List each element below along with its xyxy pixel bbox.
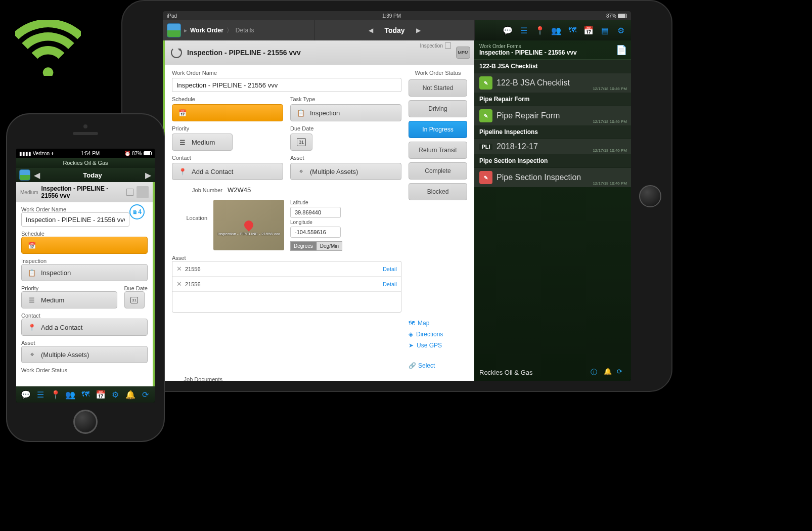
remove-asset-icon[interactable]: ✕ <box>176 265 182 273</box>
work-order-name-input[interactable] <box>172 78 401 92</box>
map-pin-icon <box>242 218 255 231</box>
sync-icon[interactable]: ⟳ <box>617 368 626 377</box>
work-order-name-input[interactable] <box>21 212 129 227</box>
degrees-option[interactable]: Degrees <box>290 241 317 251</box>
status-label: Work Order Status <box>21 367 148 373</box>
add-contact-button[interactable]: 📍 Add a Contact <box>21 319 148 336</box>
info-icon[interactable]: ⓘ <box>591 368 600 377</box>
bell-icon[interactable]: 🔔 <box>125 389 136 400</box>
form-item[interactable]: ✎ Pipe Section Inspection 12/17/18 10:46… <box>474 167 631 187</box>
prev-day-button[interactable]: ◀ <box>367 27 374 34</box>
breadcrumb-details[interactable]: Details <box>236 27 254 34</box>
longitude-input[interactable] <box>290 227 341 238</box>
phone-home-button[interactable] <box>73 410 98 434</box>
calendar-icon[interactable]: 📅 <box>96 389 106 400</box>
status-return-transit[interactable]: Return Transit <box>409 142 467 159</box>
calendar-icon[interactable]: 📅 <box>583 25 594 35</box>
presentation-icon[interactable]: ▤ <box>600 25 610 35</box>
status-driving[interactable]: Driving <box>409 100 467 117</box>
refresh-icon[interactable] <box>171 47 182 58</box>
chat-icon[interactable]: 💬 <box>21 389 31 400</box>
app-logo-icon[interactable] <box>167 23 181 37</box>
pli-badge: PLI <box>479 144 492 150</box>
phone-screen: ▮▮▮▮ Verizon ᯤ 1:54 PM ⏰ 87% Rockies Oil… <box>16 149 155 403</box>
due-date-label: Due Date <box>290 125 331 131</box>
form-item[interactable]: ✎ Pipe Repair Form 12/17/18 10:46 PM <box>474 106 631 125</box>
attachments-badge[interactable]: 🗎4 <box>129 204 145 219</box>
avatar-icon[interactable] <box>137 186 149 198</box>
chat-icon[interactable]: 💬 <box>503 25 513 35</box>
form-badge-icon[interactable] <box>126 189 133 196</box>
list-icon[interactable]: ☰ <box>35 389 46 400</box>
schedule-label: Schedule <box>21 231 148 237</box>
mpm-badge[interactable]: MPM <box>456 47 470 59</box>
app-logo-icon[interactable] <box>19 169 30 181</box>
breadcrumb-work-order[interactable]: Work Order <box>190 27 223 34</box>
location-pin-icon[interactable]: 📍 <box>51 389 61 400</box>
inspection-value: Inspection <box>41 269 71 277</box>
location-pin-icon[interactable]: 📍 <box>535 25 545 35</box>
asset-button[interactable]: ⌖ (Multiple Assets) <box>21 346 148 363</box>
inspection-button[interactable]: 📋 Inspection <box>21 264 148 281</box>
battery-icon <box>144 151 152 155</box>
map-icon[interactable]: 🗺 <box>567 25 577 35</box>
lon-label: Longitude <box>290 219 342 225</box>
task-type-label: Task Type <box>290 96 401 102</box>
phone-work-order-form: Work Order Name 🗎4 Schedule 📅 Inspection… <box>16 202 155 386</box>
people-icon[interactable]: 👥 <box>65 389 75 400</box>
priority-button[interactable]: ☰ Medium <box>21 291 117 308</box>
priority-icon: ☰ <box>177 137 188 147</box>
form-item[interactable]: PLI 2018-12-17 12/17/18 10:46 PM <box>474 139 631 154</box>
task-type-button[interactable]: 📋 Inspection <box>290 104 401 121</box>
directions-icon: ◈ <box>409 331 413 338</box>
contact-label: Contact <box>21 313 148 319</box>
asset-button[interactable]: ⌖ (Multiple Assets) <box>290 163 401 180</box>
map-thumbnail[interactable]: Inspection - PIPELINE - 21556 vvv <box>213 200 284 250</box>
sync-icon[interactable]: ⟳ <box>140 389 150 400</box>
asset-table: ✕ 21556 Detail ✕ 21556 Detail <box>172 261 401 313</box>
gear-icon[interactable]: ⚙ <box>110 389 120 400</box>
schedule-button[interactable]: 📅 <box>172 104 283 121</box>
latitude-input[interactable] <box>290 207 341 218</box>
status-blocked[interactable]: Blocked <box>409 183 467 200</box>
due-date-button[interactable]: 31 <box>124 291 145 308</box>
bell-icon[interactable]: 🔔 <box>604 368 613 377</box>
degmin-option[interactable]: Deg/Min <box>317 241 342 251</box>
map-icon[interactable]: 🗺 <box>80 389 91 400</box>
due-date-button[interactable]: 31 <box>290 134 312 151</box>
gear-icon[interactable]: ⚙ <box>616 25 626 35</box>
directions-link[interactable]: ◈Directions <box>409 331 467 338</box>
next-day-button[interactable]: ▶ <box>415 27 422 34</box>
coord-format-toggle[interactable]: Degrees Deg/Min <box>290 241 342 251</box>
list-icon[interactable]: ☰ <box>519 25 529 35</box>
use-gps-link[interactable]: ➤Use GPS <box>409 342 467 349</box>
asset-pin-icon: ⌖ <box>27 349 37 360</box>
status-in-progress[interactable]: In Progress <box>409 121 467 138</box>
schedule-button[interactable]: 📅 <box>21 237 148 254</box>
select-asset-link[interactable]: 🔗Select <box>409 362 435 369</box>
people-icon[interactable]: 👥 <box>551 25 561 35</box>
prev-day-button[interactable]: ◀ <box>33 170 40 180</box>
add-contact-button[interactable]: 📍 Add a Contact <box>172 163 283 180</box>
name-label: Work Order Name <box>172 70 401 76</box>
next-day-button[interactable]: ▶ <box>145 170 152 180</box>
form-timestamp: 12/17/18 10:46 PM <box>593 181 627 186</box>
tablet-home-button[interactable] <box>639 185 661 207</box>
inspection-label: Inspection <box>21 258 148 264</box>
form-timestamp: 12/17/18 10:46 PM <box>593 86 627 91</box>
asset-detail-link[interactable]: Detail <box>383 266 397 272</box>
lat-label: Latitude <box>290 200 342 205</box>
map-link[interactable]: 🗺Map <box>409 320 467 327</box>
priority-button[interactable]: ☰ Medium <box>172 134 233 151</box>
calendar-icon: 📅 <box>177 108 188 118</box>
asset-detail-link[interactable]: Detail <box>383 281 397 287</box>
form-item[interactable]: ✎ 122-B JSA Checklist 12/17/18 10:46 PM <box>474 73 631 93</box>
today-label[interactable]: Today <box>43 171 142 179</box>
remove-asset-icon[interactable]: ✕ <box>176 280 182 288</box>
phone-date-nav: ◀ Today ▶ <box>16 168 155 182</box>
status-not-started[interactable]: Not Started <box>409 79 467 97</box>
today-label[interactable]: Today <box>384 26 404 34</box>
add-form-icon[interactable]: 📄 <box>616 45 627 56</box>
calendar-day-icon: 31 <box>297 138 306 146</box>
status-complete[interactable]: Complete <box>409 162 467 180</box>
